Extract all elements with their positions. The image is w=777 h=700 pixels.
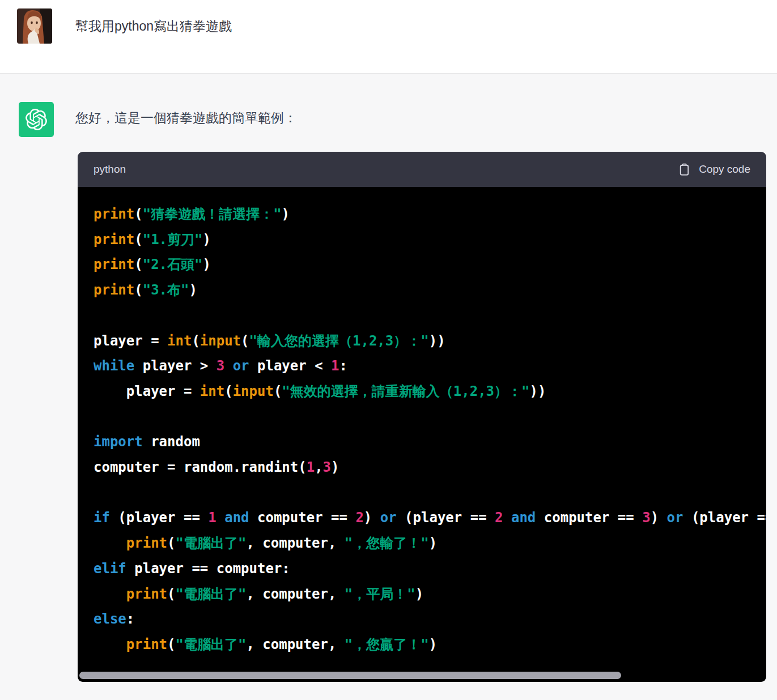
code-line: print("2.石頭") [94,252,750,278]
code-line [94,480,750,506]
user-message-text: 幫我用python寫出猜拳遊戲 [75,18,232,35]
assistant-message-section: 您好，這是一個猜拳遊戲的簡單範例： python Copy code print… [0,74,777,700]
assistant-message-row: 您好，這是一個猜拳遊戲的簡單範例： [0,102,777,137]
code-line: print("猜拳遊戲！請選擇：") [94,202,750,227]
code-block-header: python Copy code [78,152,766,187]
copy-code-label: Copy code [699,163,750,176]
code-line: print("電腦出了", computer, "，您贏了！") [94,632,750,658]
code-line: print("1.剪刀") [94,227,750,253]
code-area: print("猜拳遊戲！請選擇：")print("1.剪刀")print("2.… [78,187,766,682]
user-avatar [17,8,52,44]
code-line [94,303,750,328]
code-line: print("3.布") [94,278,750,303]
code-line: player = int(input("無效的選擇，請重新輸入（1,2,3）："… [94,379,750,404]
chatgpt-avatar [19,102,54,137]
code-line: player = int(input("輸入您的選擇（1,2,3）：")) [94,328,750,354]
copy-code-button[interactable]: Copy code [677,163,750,177]
horizontal-scrollbar-thumb[interactable] [79,672,621,679]
code-line: computer = random.randint(1,3) [94,455,750,480]
user-photo [17,8,52,44]
code-line: print("電腦出了", computer, "，平局！") [94,582,750,607]
clipboard-icon [677,163,691,177]
code-block: python Copy code print("猜拳遊戲！請選擇：")print… [78,152,766,682]
code-line: elif player == computer: [94,556,750,582]
code-line: if (player == 1 and computer == 2) or (p… [94,505,750,531]
code-content: print("猜拳遊戲！請選擇：")print("1.剪刀")print("2.… [94,202,750,658]
code-line [94,404,750,430]
assistant-message-text: 您好，這是一個猜拳遊戲的簡單範例： [75,109,297,127]
code-line: else: [94,607,750,632]
code-line: print("電腦出了", computer, "，您輸了！") [94,531,750,556]
openai-logo-icon [26,109,47,130]
user-message-row: 幫我用python寫出猜拳遊戲 [0,0,777,74]
code-line: while player > 3 or player < 1: [94,353,750,379]
code-line: import random [94,429,750,455]
code-language-label: python [94,163,126,176]
